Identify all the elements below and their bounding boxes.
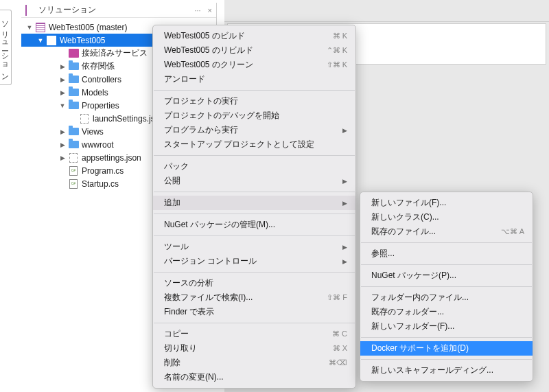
- menu-item[interactable]: 既存のフォルダー...: [360, 305, 533, 319]
- menu-item[interactable]: WebTest005 のビルド⌘ K: [153, 29, 355, 43]
- menu-item[interactable]: Docker サポートを追加(D): [360, 341, 533, 356]
- menu-item[interactable]: バージョン コントロール▶: [153, 254, 355, 268]
- context-menu-project: WebTest005 のビルド⌘ KWebTest005 のリビルド⌃⌘ KWe…: [152, 25, 356, 389]
- menu-separator: [154, 323, 355, 323]
- menu-shortcut: ⌘ X: [333, 344, 347, 353]
- menu-item[interactable]: WebTest005 のリビルド⌃⌘ K: [153, 43, 355, 58]
- menu-item[interactable]: アンロード: [153, 72, 355, 87]
- menu-item[interactable]: 既存のファイル...⌥⌘ A: [360, 224, 533, 239]
- menu-item[interactable]: プロジェクトの実行: [153, 94, 355, 108]
- menu-item-label: 名前の変更(N)...: [164, 371, 347, 383]
- menu-item[interactable]: NuGet パッケージ(P)...: [360, 268, 533, 283]
- menu-item[interactable]: スタートアップ プロジェクトとして設定: [153, 137, 355, 152]
- submenu-arrow-icon: ▶: [342, 178, 347, 185]
- tree-item-label: appsettings.json: [82, 153, 141, 163]
- menu-separator: [361, 337, 532, 338]
- menu-item-label: アンロード: [164, 73, 347, 85]
- tree-item-label: WebTest005: [60, 36, 106, 45]
- expand-arrow-icon[interactable]: ▶: [58, 141, 67, 148]
- panel-title: ソリューション: [38, 4, 194, 16]
- menu-item[interactable]: WebTest005 のクリーン⇧⌘ K: [153, 58, 355, 72]
- menu-item-label: ソースの分析: [164, 277, 347, 289]
- menu-item-label: NuGet パッケージの管理(M)...: [164, 219, 347, 231]
- tree-item-label: Startup.cs: [82, 179, 119, 189]
- menu-item-label: フォルダー内のファイル...: [371, 292, 524, 303]
- expand-arrow-icon[interactable]: ▶: [58, 154, 67, 161]
- menu-item[interactable]: パック: [153, 159, 355, 174]
- cs-icon: [68, 178, 79, 189]
- sidebar-vertical-tab[interactable]: ソリューション: [0, 10, 12, 85]
- menu-item-label: 削除: [164, 357, 312, 369]
- menu-item[interactable]: プログラムから実行▶: [153, 123, 355, 137]
- menu-item[interactable]: 公開▶: [153, 174, 355, 188]
- tree-item-label: Models: [82, 88, 108, 97]
- menu-item[interactable]: 新しいファイル(F)...: [360, 196, 533, 210]
- folder-icon: [68, 139, 79, 150]
- solution-header-icon: [25, 5, 35, 15]
- tree-item-label: Controllers: [82, 75, 121, 84]
- menu-item-label: 公開: [164, 175, 326, 187]
- expand-arrow-icon[interactable]: ▶: [58, 76, 67, 83]
- expand-arrow-icon[interactable]: ▼: [25, 24, 34, 31]
- menu-item-label: WebTest005 のビルド: [164, 30, 316, 42]
- menu-item[interactable]: コピー⌘ C: [153, 327, 355, 341]
- menu-item-label: プロジェクトの実行: [164, 95, 347, 107]
- menu-item-label: スタートアップ プロジェクトとして設定: [164, 139, 347, 150]
- solution-icon: [35, 22, 46, 33]
- expand-arrow-icon[interactable]: ▼: [58, 102, 67, 109]
- expand-arrow-icon[interactable]: ▼: [36, 37, 45, 44]
- menu-item-label: 切り取り: [164, 343, 316, 354]
- menu-item[interactable]: 新しいフォルダー(F)...: [360, 319, 533, 334]
- expand-arrow-icon[interactable]: ▶: [58, 89, 67, 96]
- menu-shortcut: ⇧⌘ F: [327, 293, 347, 302]
- panel-header: ソリューション ··· ×: [21, 3, 216, 18]
- expand-arrow-icon[interactable]: ▶: [58, 128, 67, 135]
- menu-item[interactable]: 追加▶: [153, 196, 355, 210]
- editor-tabstrip: [224, 0, 549, 22]
- cs-icon: [68, 165, 79, 176]
- menu-item[interactable]: 名前の変更(N)...: [153, 370, 355, 384]
- menu-item-label: WebTest005 のクリーン: [164, 59, 310, 71]
- tree-item-label: WebTest005 (master): [49, 23, 128, 32]
- menu-item[interactable]: NuGet パッケージの管理(M)...: [153, 218, 355, 232]
- folder-icon: [68, 87, 79, 98]
- file-icon: [68, 152, 79, 163]
- menu-item[interactable]: フォルダー内のファイル...: [360, 290, 533, 305]
- menu-item[interactable]: 複数ファイルで検索(I)...⇧⌘ F: [153, 290, 355, 305]
- menu-item[interactable]: ツール▶: [153, 240, 355, 254]
- tree-item-label: Program.cs: [82, 166, 124, 176]
- menu-separator: [154, 214, 355, 214]
- panel-options-icon[interactable]: ···: [194, 6, 200, 14]
- tree-item-label: Views: [82, 127, 104, 137]
- menu-separator: [361, 359, 532, 360]
- menu-item[interactable]: 新しいクラス(C)...: [360, 210, 533, 224]
- expand-arrow-icon[interactable]: ▶: [58, 63, 67, 70]
- menu-separator: [361, 242, 532, 243]
- menu-item[interactable]: 切り取り⌘ X: [153, 341, 355, 356]
- menu-shortcut: ⌥⌘ A: [501, 227, 524, 236]
- menu-separator: [154, 192, 355, 192]
- menu-item-label: パック: [164, 161, 347, 172]
- menu-separator: [361, 286, 532, 287]
- menu-shortcut: ⇧⌘ K: [327, 60, 347, 69]
- panel-close-icon[interactable]: ×: [208, 6, 212, 14]
- menu-item[interactable]: 参照...: [360, 246, 533, 261]
- menu-separator: [361, 264, 532, 265]
- menu-item-label: 既存のファイル...: [371, 226, 484, 238]
- menu-item-label: コピー: [164, 328, 316, 340]
- menu-separator: [154, 90, 355, 91]
- menu-item[interactable]: 新しいスキャフォールディング...: [360, 363, 533, 378]
- menu-item[interactable]: 削除⌘⌫: [153, 356, 355, 370]
- menu-item-label: 新しいフォルダー(F)...: [371, 321, 524, 332]
- submenu-arrow-icon: ▶: [342, 127, 347, 134]
- menu-item[interactable]: Finder で表示: [153, 305, 355, 319]
- menu-item[interactable]: プロジェクトのデバッグを開始: [153, 108, 355, 123]
- menu-item-label: バージョン コントロール: [164, 255, 326, 267]
- submenu-arrow-icon: ▶: [342, 200, 347, 207]
- tree-item-label: Properties: [82, 101, 119, 111]
- submenu-arrow-icon: ▶: [342, 244, 347, 251]
- menu-item[interactable]: ソースの分析: [153, 276, 355, 290]
- menu-item-label: 新しいスキャフォールディング...: [371, 365, 524, 376]
- menu-shortcut: ⌘⌫: [329, 358, 347, 367]
- tree-item-label: wwwroot: [82, 140, 114, 150]
